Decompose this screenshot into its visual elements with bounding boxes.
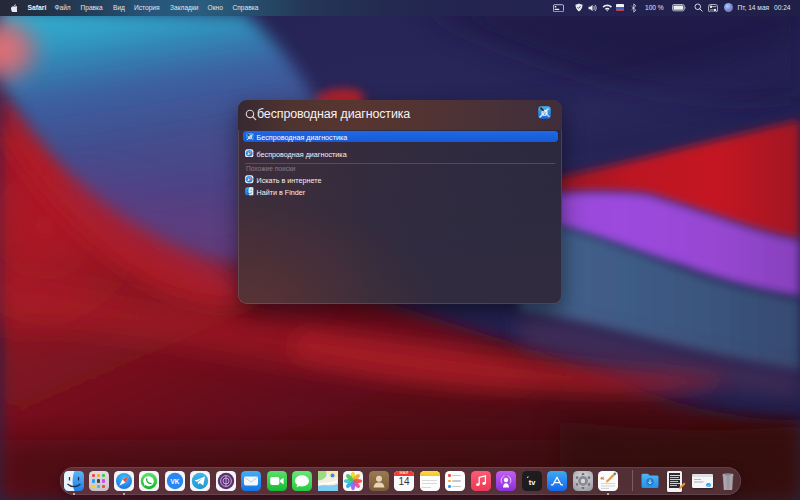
- svg-text:tv: tv: [528, 478, 535, 487]
- svg-text:VK: VK: [170, 478, 179, 485]
- svg-text:«: «: [600, 472, 605, 482]
